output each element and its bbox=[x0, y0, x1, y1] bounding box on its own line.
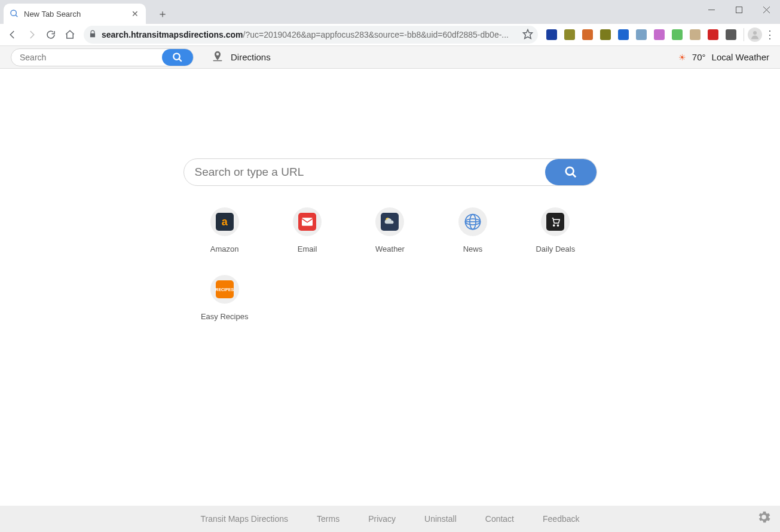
new-tab-page: aAmazonEmailWeatherNewsDaily DealsRECIPE… bbox=[0, 69, 780, 506]
tile-recipes[interactable]: RECIPESEasy Recipes bbox=[183, 275, 266, 321]
main-search-button[interactable] bbox=[545, 159, 597, 185]
extension-icon-ext-books[interactable] bbox=[582, 29, 593, 40]
address-bar[interactable]: search.htransitmapsdirections.com /?uc=2… bbox=[84, 26, 538, 44]
window-controls bbox=[698, 0, 780, 19]
weather-temp: 70° bbox=[692, 52, 706, 62]
tile-weather-icon bbox=[375, 207, 404, 236]
svg-rect-10 bbox=[213, 60, 222, 62]
quick-links-grid: aAmazonEmailWeatherNewsDaily DealsRECIPE… bbox=[183, 207, 597, 321]
extension-icon-ext-cube[interactable] bbox=[600, 29, 611, 40]
toolbar-separator bbox=[744, 28, 744, 41]
extension-icon-ext-tools[interactable] bbox=[636, 29, 647, 40]
extension-icon-ext-eu[interactable] bbox=[546, 29, 557, 40]
svg-point-8 bbox=[173, 53, 180, 60]
main-search-input[interactable] bbox=[195, 166, 597, 179]
tile-news[interactable]: News bbox=[432, 207, 514, 253]
nav-home-button[interactable] bbox=[61, 26, 79, 44]
extension-icon-ext-camera[interactable] bbox=[726, 29, 736, 40]
svg-point-11 bbox=[565, 167, 573, 175]
main-search-box[interactable] bbox=[183, 158, 597, 186]
svg-line-12 bbox=[572, 174, 576, 178]
sun-icon: ☀ bbox=[678, 53, 686, 62]
mini-search-box[interactable] bbox=[11, 48, 194, 66]
footer-link-privacy[interactable]: Privacy bbox=[368, 514, 396, 524]
extension-icon-ext-red[interactable] bbox=[708, 29, 718, 40]
tab-title: New Tab Search bbox=[24, 10, 126, 19]
footer-link-feedback[interactable]: Feedback bbox=[543, 514, 579, 524]
tile-weather[interactable]: Weather bbox=[348, 207, 431, 253]
tile-deals-icon bbox=[541, 207, 570, 236]
extension-icon-ext-cc[interactable] bbox=[564, 29, 575, 40]
window-maximize-button[interactable] bbox=[725, 0, 753, 19]
extension-icon-ext-chef[interactable] bbox=[690, 29, 701, 40]
svg-line-1 bbox=[16, 15, 17, 17]
tile-amazon[interactable]: aAmazon bbox=[183, 207, 266, 253]
local-weather-link[interactable]: ☀ 70° Local Weather bbox=[678, 52, 769, 62]
page-footer: Transit Maps DirectionsTermsPrivacyUnins… bbox=[0, 506, 780, 532]
tab-strip: New Tab Search ✕ ＋ bbox=[0, 0, 171, 24]
svg-point-0 bbox=[11, 10, 16, 16]
tile-recipes-label: Easy Recipes bbox=[201, 312, 248, 321]
bookmark-star-icon[interactable] bbox=[522, 29, 533, 41]
footer-link-terms[interactable]: Terms bbox=[317, 514, 339, 524]
browser-menu-button[interactable]: ⋮ bbox=[763, 28, 776, 41]
settings-gear-button[interactable] bbox=[756, 509, 772, 527]
tile-deals[interactable]: Daily Deals bbox=[514, 207, 597, 253]
tab-favicon-search-icon bbox=[10, 9, 19, 19]
tile-recipes-icon: RECIPES bbox=[210, 275, 239, 304]
extension-icon-ext-green[interactable] bbox=[672, 29, 683, 40]
tile-weather-label: Weather bbox=[375, 244, 405, 253]
directions-label: Directions bbox=[231, 52, 271, 62]
tile-email-label: Email bbox=[298, 244, 317, 253]
window-minimize-button[interactable] bbox=[698, 0, 725, 19]
browser-tab[interactable]: New Tab Search ✕ bbox=[4, 4, 146, 24]
tile-amazon-icon: a bbox=[210, 207, 239, 236]
svg-rect-3 bbox=[736, 7, 742, 13]
window-titlebar: New Tab Search ✕ ＋ bbox=[0, 0, 780, 24]
address-bar-host: search.htransitmapsdirections.com bbox=[102, 30, 243, 39]
extension-icon-ext-music[interactable] bbox=[654, 29, 665, 40]
footer-link-transit-maps-directions[interactable]: Transit Maps Directions bbox=[201, 514, 289, 524]
new-tab-button[interactable]: ＋ bbox=[154, 5, 171, 22]
tile-amazon-label: Amazon bbox=[210, 244, 239, 253]
tile-news-label: News bbox=[463, 244, 483, 253]
mini-search-button[interactable] bbox=[162, 49, 193, 66]
svg-marker-6 bbox=[524, 29, 533, 38]
svg-point-19 bbox=[553, 225, 555, 226]
nav-back-button[interactable] bbox=[4, 26, 22, 44]
tab-close-icon[interactable]: ✕ bbox=[130, 9, 140, 19]
lock-icon bbox=[88, 30, 97, 40]
profile-avatar-button[interactable] bbox=[748, 27, 762, 42]
extension-top-bar: Directions ☀ 70° Local Weather bbox=[0, 46, 780, 69]
weather-label: Local Weather bbox=[712, 52, 769, 62]
svg-line-9 bbox=[179, 59, 182, 62]
extension-icon-ext-a[interactable] bbox=[618, 29, 629, 40]
nav-forward-button[interactable] bbox=[23, 26, 41, 44]
tile-deals-label: Daily Deals bbox=[536, 244, 575, 253]
svg-point-7 bbox=[753, 31, 757, 35]
extension-icons-row bbox=[543, 29, 740, 40]
map-pin-icon bbox=[212, 50, 224, 64]
tile-email-icon bbox=[293, 207, 322, 236]
svg-point-20 bbox=[558, 225, 559, 226]
footer-link-uninstall[interactable]: Uninstall bbox=[424, 514, 457, 524]
address-bar-path: /?uc=20190426&ap=appfocus283&source=-bb8… bbox=[243, 30, 509, 39]
tile-email[interactable]: Email bbox=[266, 207, 348, 253]
nav-reload-button[interactable] bbox=[42, 26, 60, 44]
directions-link[interactable]: Directions bbox=[212, 50, 271, 64]
footer-link-contact[interactable]: Contact bbox=[485, 514, 514, 524]
window-close-button[interactable] bbox=[753, 0, 780, 19]
tile-news-icon bbox=[458, 207, 487, 236]
browser-toolbar: search.htransitmapsdirections.com /?uc=2… bbox=[0, 24, 780, 46]
